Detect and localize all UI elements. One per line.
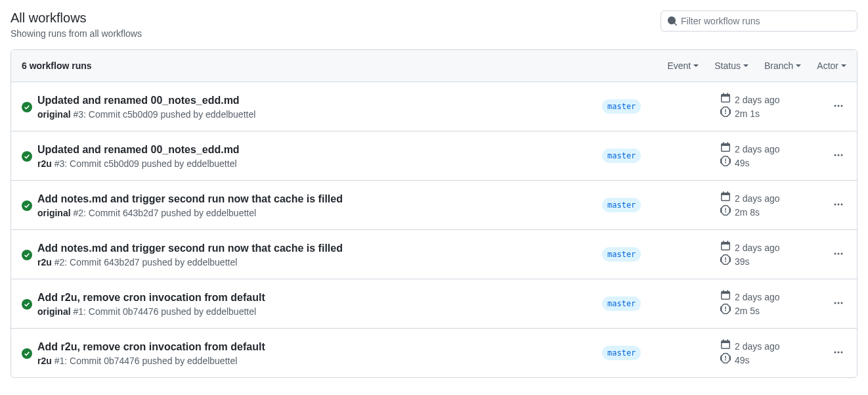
filter-actor-label: Actor: [817, 60, 838, 71]
stopwatch-icon: [720, 205, 731, 219]
svg-point-17: [835, 302, 836, 304]
run-subtitle: r2u #2: Commit 643b2d7 pushed by eddelbu…: [37, 257, 602, 267]
workflow-name[interactable]: original: [37, 109, 71, 120]
stopwatch-icon: [720, 106, 731, 120]
run-sub-text: #2: Commit 643b2d7 pushed by eddelbuette…: [71, 208, 257, 218]
run-time: 2 days ago: [735, 241, 780, 254]
run-kebab-button[interactable]: [831, 344, 846, 362]
stopwatch-icon: [720, 304, 731, 317]
svg-point-20: [22, 348, 32, 359]
run-duration: 2m 5s: [735, 304, 760, 317]
svg-point-2: [838, 105, 840, 106]
svg-point-18: [838, 302, 840, 304]
check-circle-icon: [22, 150, 37, 162]
runs-list: Updated and renamed 00_notes_edd.md orig…: [11, 82, 857, 377]
run-title-link[interactable]: Add notes.md and trigger second run now …: [37, 243, 343, 254]
filter-status[interactable]: Status: [714, 60, 749, 71]
box-header: 6 workflow runs Event Status Branch Acto…: [11, 50, 857, 82]
svg-point-3: [841, 105, 843, 106]
svg-point-6: [838, 154, 840, 156]
chevron-down-icon: [796, 64, 801, 67]
run-title-link[interactable]: Updated and renamed 00_notes_edd.md: [37, 144, 240, 155]
filter-event[interactable]: Event: [667, 60, 699, 71]
stopwatch-icon: [720, 156, 731, 170]
calendar-icon: [720, 241, 731, 254]
check-circle-icon: [22, 101, 37, 112]
run-title-link[interactable]: Updated and renamed 00_notes_edd.md: [37, 95, 240, 106]
run-row: Add r2u, remove cron invocation from def…: [11, 279, 857, 328]
stopwatch-icon: [720, 254, 731, 268]
run-duration: 49s: [735, 156, 750, 170]
svg-point-13: [835, 252, 836, 254]
branch-chip[interactable]: master: [602, 296, 641, 311]
run-row: Add notes.md and trigger second run now …: [11, 229, 857, 279]
run-duration: 49s: [735, 354, 750, 367]
run-row: Updated and renamed 00_notes_edd.md orig…: [11, 82, 857, 131]
svg-point-9: [835, 203, 836, 205]
run-subtitle: original #3: Commit c5b0d09 pushed by ed…: [37, 109, 602, 120]
calendar-icon: [720, 191, 731, 205]
run-kebab-button[interactable]: [831, 98, 846, 116]
run-time: 2 days ago: [735, 93, 780, 106]
run-sub-text: #1: Commit 0b74476 pushed by eddelbuette…: [52, 356, 238, 366]
run-sub-text: #2: Commit 643b2d7 pushed by eddelbuette…: [52, 257, 238, 267]
svg-point-12: [22, 250, 32, 260]
run-title-link[interactable]: Add r2u, remove cron invocation from def…: [37, 341, 265, 352]
chevron-down-icon: [743, 64, 749, 67]
run-subtitle: original #1: Commit 0b74476 pushed by ed…: [37, 306, 602, 317]
run-sub-text: #3: Commit c5b0d09 pushed by eddelbuette…: [71, 109, 256, 120]
search-icon: [667, 16, 678, 26]
run-row: Add notes.md and trigger second run now …: [11, 180, 857, 229]
svg-point-19: [841, 302, 843, 304]
filter-actor[interactable]: Actor: [817, 60, 846, 71]
run-kebab-button[interactable]: [831, 295, 846, 313]
run-row: Add r2u, remove cron invocation from def…: [11, 328, 857, 377]
stopwatch-icon: [720, 353, 731, 367]
page-subtitle: Showing runs from all workflows: [11, 28, 142, 39]
branch-chip[interactable]: master: [602, 346, 641, 360]
run-title-link[interactable]: Add r2u, remove cron invocation from def…: [37, 292, 265, 303]
run-subtitle: r2u #1: Commit 0b74476 pushed by eddelbu…: [37, 356, 602, 366]
filter-status-label: Status: [714, 60, 741, 71]
run-subtitle: original #2: Commit 643b2d7 pushed by ed…: [37, 208, 602, 218]
workflow-name[interactable]: r2u: [37, 158, 52, 169]
svg-point-11: [841, 203, 843, 205]
run-duration: 2m 8s: [735, 206, 760, 219]
svg-point-21: [835, 351, 836, 353]
run-kebab-button[interactable]: [831, 147, 846, 165]
run-subtitle: r2u #3: Commit c5b0d09 pushed by eddelbu…: [37, 158, 602, 169]
svg-point-5: [835, 154, 836, 156]
svg-point-1: [835, 105, 836, 106]
check-circle-icon: [22, 248, 37, 260]
run-kebab-button[interactable]: [831, 246, 846, 264]
chevron-down-icon: [693, 64, 699, 67]
branch-chip[interactable]: master: [602, 99, 641, 114]
svg-point-23: [841, 351, 843, 353]
filter-event-label: Event: [667, 60, 691, 71]
check-circle-icon: [22, 199, 37, 211]
run-count-label: 6 workflow runs: [22, 60, 92, 71]
svg-point-14: [838, 252, 840, 254]
branch-chip[interactable]: master: [602, 198, 641, 212]
run-kebab-button[interactable]: [831, 197, 846, 214]
run-title-link[interactable]: Add notes.md and trigger second run now …: [37, 193, 343, 204]
calendar-icon: [720, 339, 731, 353]
svg-point-4: [22, 151, 32, 162]
svg-point-7: [841, 154, 843, 156]
run-sub-text: #1: Commit 0b74476 pushed by eddelbuette…: [71, 306, 257, 317]
run-duration: 2m 1s: [735, 107, 760, 120]
filter-branch[interactable]: Branch: [764, 60, 801, 71]
branch-chip[interactable]: master: [602, 247, 641, 262]
page-title: All workflows: [11, 11, 142, 26]
run-time: 2 days ago: [735, 290, 780, 304]
search-input[interactable]: [661, 11, 857, 32]
check-circle-icon: [22, 347, 37, 359]
workflow-name[interactable]: r2u: [37, 257, 52, 267]
run-time: 2 days ago: [735, 143, 780, 156]
workflow-name[interactable]: r2u: [37, 356, 52, 366]
workflow-name[interactable]: original: [37, 208, 71, 218]
workflow-name[interactable]: original: [37, 306, 71, 317]
calendar-icon: [720, 290, 731, 304]
branch-chip[interactable]: master: [602, 149, 641, 163]
runs-box: 6 workflow runs Event Status Branch Acto…: [11, 49, 857, 378]
